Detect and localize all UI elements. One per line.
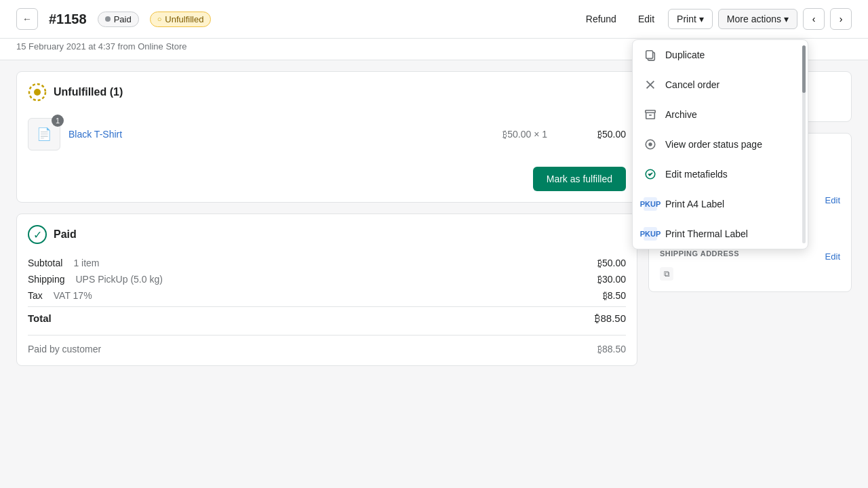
dropdown-item-cancel[interactable]: Cancel order	[633, 70, 808, 100]
paid-title: Paid	[54, 228, 77, 241]
shipping-edit-link[interactable]: Edit	[825, 251, 840, 262]
item-total: ₿50.00	[572, 129, 626, 140]
print-thermal-label: Print Thermal Label	[665, 228, 748, 239]
item-name: Black T-Shirt	[68, 129, 494, 140]
print-chevron-icon: ▾	[699, 14, 704, 24]
dropdown-item-print-thermal[interactable]: PKUP Print Thermal Label	[633, 219, 808, 249]
unfulfilled-icon	[28, 83, 47, 102]
unfulfilled-card: Unfulfilled (1) 📄 1 Black T-Shirt ₿50.00…	[16, 71, 637, 203]
refund-button[interactable]: Refund	[578, 9, 625, 28]
dropdown-item-duplicate[interactable]: Duplicate	[633, 40, 808, 70]
total-label: Total	[28, 312, 52, 324]
archive-icon	[644, 108, 657, 121]
line-item: 📄 1 Black T-Shirt ₿50.00 × 1 ₿50.00	[28, 113, 626, 156]
fulfill-button-row: Mark as fulfilled	[28, 167, 626, 191]
item-doc-icon: 📄	[37, 127, 52, 142]
shipping-label: Shipping	[28, 274, 65, 285]
prev-order-button[interactable]: ‹	[803, 8, 825, 30]
item-price: ₿50.00 × 1	[502, 129, 547, 140]
paid-by-value: ₿88.50	[597, 344, 626, 354]
shipping-address-section: Shipping Address Edit ⧉	[660, 249, 840, 281]
more-actions-dropdown: Duplicate Cancel order Archive View orde…	[632, 39, 808, 249]
view-status-label: View order status page	[665, 139, 762, 150]
tax-value: ₿8.50	[603, 290, 626, 301]
mark-fulfilled-button[interactable]: Mark as fulfilled	[533, 167, 626, 191]
view-status-icon	[644, 138, 657, 151]
svg-rect-3	[646, 51, 653, 59]
dropdown-item-metafields[interactable]: Edit metafields	[633, 159, 808, 189]
more-actions-chevron-icon: ▾	[784, 14, 789, 24]
item-link[interactable]: Black T-Shirt	[68, 129, 122, 140]
left-column: Unfulfilled (1) 📄 1 Black T-Shirt ₿50.00…	[16, 71, 637, 473]
svg-point-1	[34, 89, 41, 96]
contact-edit-link[interactable]: Edit	[825, 195, 840, 205]
item-quantity-badge: 1	[52, 115, 64, 127]
subtotal-label: Subtotal	[28, 258, 62, 268]
paid-by-label: Paid by customer	[28, 344, 101, 354]
page-header: ← #1158 Paid Unfulfilled Refund Edit Pri…	[0, 0, 868, 39]
unfulfilled-title: Unfulfilled (1)	[54, 86, 123, 98]
edit-button[interactable]: Edit	[630, 9, 663, 28]
dropdown-scrollbar	[802, 45, 806, 243]
cancel-icon	[644, 78, 657, 92]
svg-point-9	[648, 142, 652, 146]
archive-label: Archive	[665, 109, 697, 120]
svg-rect-6	[646, 110, 655, 113]
item-thumbnail: 📄 1	[28, 118, 60, 150]
subtotal-value: ₿50.00	[597, 258, 626, 268]
copy-address-button[interactable]: ⧉	[660, 267, 673, 281]
tax-sub: VAT 17%	[54, 290, 92, 301]
duplicate-icon	[644, 48, 657, 62]
print-a4-label: Print A4 Label	[665, 199, 724, 209]
unfulfilled-header: Unfulfilled (1)	[28, 83, 626, 102]
order-number: #1158	[49, 12, 87, 27]
subtotal-sub: 1 item	[73, 258, 99, 268]
back-button[interactable]: ←	[16, 8, 38, 30]
print-a4-icon: PKUP	[644, 197, 657, 211]
cancel-label: Cancel order	[665, 79, 719, 90]
paid-by-row: Paid by customer ₿88.50	[28, 335, 626, 354]
total-row: Total ₿88.50	[28, 306, 626, 327]
next-order-button[interactable]: ›	[830, 8, 852, 30]
dropdown-item-view-status[interactable]: View order status page	[633, 129, 808, 159]
print-thermal-icon: PKUP	[644, 227, 657, 241]
shipping-sub: UPS PickUp (5.0 kg)	[76, 274, 163, 285]
total-value: ₿88.50	[595, 312, 626, 324]
dropdown-item-print-a4[interactable]: PKUP Print A4 Label	[633, 189, 808, 219]
more-actions-button[interactable]: More actions ▾	[718, 9, 797, 29]
paid-icon: ✓	[28, 225, 47, 244]
duplicate-label: Duplicate	[665, 49, 705, 60]
paid-card: ✓ Paid Subtotal 1 item ₿50.00 Shipping U…	[16, 214, 637, 366]
unfulfilled-badge: Unfulfilled	[150, 12, 212, 27]
metafields-label: Edit metafields	[665, 169, 728, 180]
dropdown-item-archive[interactable]: Archive	[633, 100, 808, 129]
metafields-icon	[644, 167, 657, 181]
shipping-header: Shipping Address Edit	[660, 249, 840, 263]
scrollbar-thumb	[802, 45, 806, 93]
shipping-row: Shipping UPS PickUp (5.0 kg) ₿30.00	[28, 271, 626, 287]
tax-label: Tax	[28, 290, 43, 301]
tax-row: Tax VAT 17% ₿8.50	[28, 287, 626, 304]
shipping-label: Shipping Address	[660, 249, 739, 258]
shipping-value: ₿30.00	[597, 274, 626, 285]
paid-header: ✓ Paid	[28, 225, 626, 244]
print-button[interactable]: Print ▾	[668, 9, 713, 29]
subtotal-row: Subtotal 1 item ₿50.00	[28, 255, 626, 271]
paid-badge: Paid	[98, 12, 139, 27]
